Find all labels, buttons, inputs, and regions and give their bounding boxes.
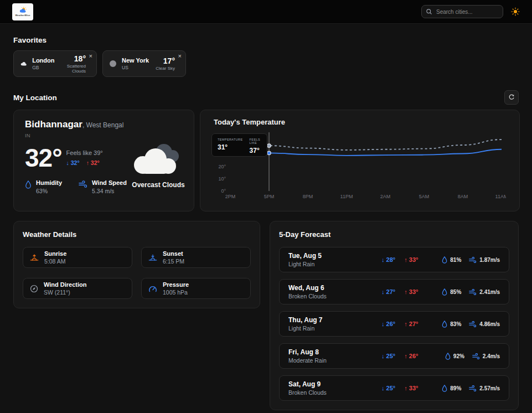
weather-details-heading: Weather Details xyxy=(23,230,251,239)
feels-like: Feels like 39° xyxy=(66,149,103,156)
sunset-icon xyxy=(148,254,157,262)
condition-block: Overcast Clouds xyxy=(123,141,193,189)
arrow-up-icon: ↑ xyxy=(404,353,407,359)
favorite-temp: 18° xyxy=(59,54,86,63)
overcast-clouds-icon xyxy=(131,141,186,177)
forecast-humidity: 83% xyxy=(442,321,461,328)
forecast-day: Tue, Aug 5 xyxy=(288,252,381,260)
favorites-heading: Favorites xyxy=(13,36,519,44)
my-location-header: My Location xyxy=(13,90,519,105)
my-location-heading: My Location xyxy=(13,94,57,102)
favorite-card-london[interactable]: London GB 18° Scattered Clouds × xyxy=(13,50,97,77)
favorite-country: US xyxy=(122,65,149,70)
pressure-label: Pressure xyxy=(163,281,189,288)
favorite-temp: 17° xyxy=(156,56,175,65)
arrow-down-icon: ↓ xyxy=(381,288,385,295)
svg-text:11PM: 11PM xyxy=(340,194,353,199)
arrow-up-icon: ↑ xyxy=(404,321,407,327)
sunset-value: 6:15 PM xyxy=(163,258,184,265)
arrow-up-icon: ↑ xyxy=(404,385,407,391)
tooltip-temperature-value: 31° xyxy=(218,143,243,151)
wind-icon xyxy=(469,289,477,295)
close-icon[interactable]: × xyxy=(178,52,182,60)
forecast-humidity: 81% xyxy=(442,256,461,264)
svg-text:5PM: 5PM xyxy=(264,194,275,199)
temp-high: ↑ 32° xyxy=(86,159,100,166)
forecast-low: ↓ 28° xyxy=(381,256,395,263)
svg-text:20°: 20° xyxy=(218,164,226,169)
chart-tooltip: TEMPERATURE 31° FEELS LIKE 37° xyxy=(211,133,267,157)
weather-details-card: Weather Details Sunrise 5:08 AM xyxy=(13,221,260,308)
forecast-row[interactable]: Thu, Aug 7 Light Rain ↓ 26° ↑ 27° 83% xyxy=(279,311,509,337)
wind-icon xyxy=(79,180,87,188)
forecast-humidity: 92% xyxy=(445,353,464,360)
sunrise-detail: Sunrise 5:08 AM xyxy=(23,247,132,268)
pressure-detail: Pressure 1005 hPa xyxy=(141,278,251,299)
forecast-wind: 2.4m/s xyxy=(472,353,500,359)
forecast-row[interactable]: Wed, Aug 6 Broken Clouds ↓ 27° ↑ 33° 85% xyxy=(279,279,509,304)
forecast-row[interactable]: Fri, Aug 8 Moderate Rain ↓ 25° ↑ 26° 92% xyxy=(279,343,509,369)
forecast-low: ↓ 26° xyxy=(381,321,395,327)
sunset-label: Sunset xyxy=(163,250,184,257)
forecast-wind: 2.41m/s xyxy=(469,289,500,295)
favorite-card-new-york[interactable]: New York US 17° Clear Sky × xyxy=(102,50,186,77)
search-input[interactable] xyxy=(421,5,503,18)
humidity-value: 63% xyxy=(36,188,62,194)
humidity-label: Humidity xyxy=(36,179,62,186)
wind-value: 5.34 m/s xyxy=(92,188,127,194)
wind-icon xyxy=(469,257,477,263)
current-region: , West Bengal xyxy=(82,121,123,129)
forecast-high: ↑ 33° xyxy=(404,256,418,263)
forecast-high: ↑ 33° xyxy=(404,288,418,295)
current-condition: Overcast Clouds xyxy=(132,181,184,189)
search-bar xyxy=(421,5,503,18)
cloud-icon xyxy=(20,60,27,67)
forecast-high: ↑ 27° xyxy=(404,321,418,327)
forecast-low: ↓ 27° xyxy=(381,288,395,295)
forecast-condition: Broken Clouds xyxy=(288,389,381,396)
tooltip-feels-like-value: 37° xyxy=(250,147,261,154)
favorites-section: Favorites London GB 18° Scattered Clouds… xyxy=(13,36,519,77)
forecast-heading: 5-Day Forecast xyxy=(279,230,509,239)
arrow-down-icon: ↓ xyxy=(381,256,385,263)
forecast-humidity: 85% xyxy=(442,288,461,296)
forecast-wind: 2.57m/s xyxy=(469,385,500,391)
arrow-down-icon: ↓ xyxy=(381,321,385,327)
svg-text:2PM: 2PM xyxy=(225,194,236,199)
topbar: WeatherWise xyxy=(0,0,532,24)
chart-title: Today's Temperature xyxy=(214,118,506,126)
wind-direction-detail: Wind Direction SW (211°) xyxy=(23,278,132,299)
app-logo[interactable]: WeatherWise xyxy=(12,3,33,20)
close-icon[interactable]: × xyxy=(89,52,92,60)
temp-low: ↓ 32° xyxy=(66,159,80,166)
gauge-icon xyxy=(148,285,157,292)
refresh-icon xyxy=(508,94,515,101)
current-country: IN xyxy=(25,132,183,138)
sunrise-icon xyxy=(30,254,39,262)
forecast-wind: 4.86m/s xyxy=(469,321,500,327)
favorite-city: New York xyxy=(122,57,149,64)
wind-icon xyxy=(469,321,477,327)
refresh-button[interactable] xyxy=(504,90,519,105)
svg-text:8PM: 8PM xyxy=(303,194,313,199)
forecast-row[interactable]: Sat, Aug 9 Broken Clouds ↓ 25° ↑ 33° 89% xyxy=(279,375,509,401)
forecast-row[interactable]: Tue, Aug 5 Light Rain ↓ 28° ↑ 33° 81% xyxy=(279,247,509,272)
wind-icon xyxy=(469,385,477,391)
logo-title: WeatherWise xyxy=(15,14,30,17)
forecast-day: Sat, Aug 9 xyxy=(288,380,381,388)
forecast-card: 5-Day Forecast Tue, Aug 5 Light Rain ↓ 2… xyxy=(270,221,519,410)
arrow-up-icon: ↑ xyxy=(404,256,407,263)
forecast-low: ↓ 25° xyxy=(381,353,395,359)
favorite-city: London xyxy=(32,57,54,64)
wind-direction-value: SW (211°) xyxy=(44,289,87,296)
favorite-condition: Clear Sky xyxy=(156,66,175,71)
theme-toggle-button[interactable] xyxy=(511,7,520,16)
wind-icon xyxy=(472,353,480,359)
svg-text:10°: 10° xyxy=(218,176,226,182)
sunrise-value: 5:08 AM xyxy=(44,258,66,265)
arrow-down-icon: ↓ xyxy=(381,353,385,359)
sunset-detail: Sunset 6:15 PM xyxy=(141,247,251,268)
forecast-condition: Moderate Rain xyxy=(288,357,381,364)
humidity-icon xyxy=(442,256,447,264)
forecast-humidity: 89% xyxy=(442,385,461,392)
